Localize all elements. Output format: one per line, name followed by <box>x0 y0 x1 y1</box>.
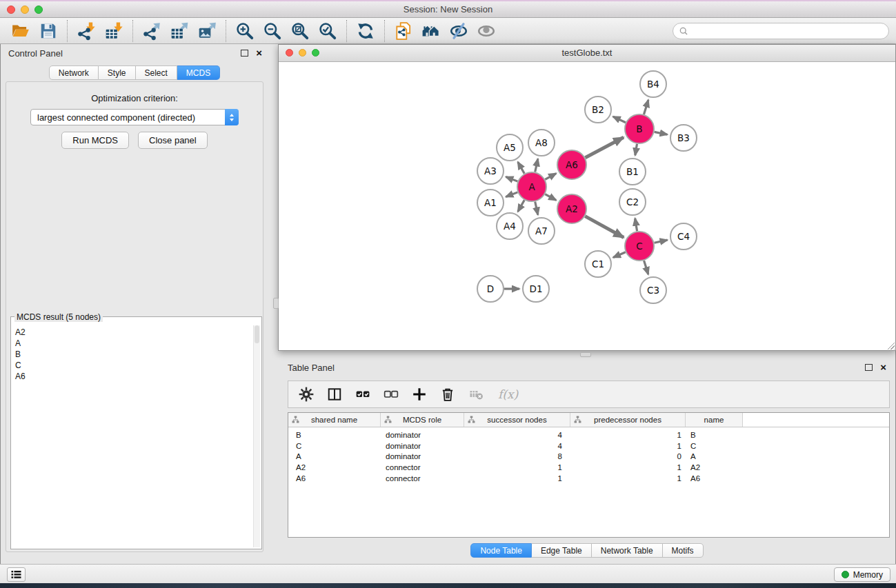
unselect-all-icon[interactable] <box>384 387 399 402</box>
export-image-button[interactable] <box>193 19 221 43</box>
table-row[interactable]: A2connector11A2 <box>288 462 889 473</box>
tab-motifs[interactable]: Motifs <box>663 543 704 558</box>
network-graph[interactable]: AA1A2A3A4A5A6A7A8BB1B2B3B4CC1C2C3C4DD1 <box>279 62 895 350</box>
task-history-button[interactable] <box>7 567 26 582</box>
network-edge[interactable] <box>518 162 524 174</box>
column-header-predecessor-nodes[interactable]: predecessor nodes <box>570 413 686 427</box>
network-edge[interactable] <box>545 194 556 201</box>
zoom-window-button[interactable] <box>34 6 43 14</box>
horizontal-split-handle[interactable] <box>580 352 591 357</box>
result-list-item[interactable]: C <box>15 360 253 371</box>
network-node[interactable]: A8 <box>528 130 555 156</box>
network-node[interactable]: B4 <box>640 71 666 97</box>
zoom-out-button[interactable] <box>259 19 286 43</box>
network-node[interactable]: C3 <box>640 277 666 303</box>
select-stepper[interactable] <box>225 109 239 125</box>
network-node[interactable]: A1 <box>477 190 504 216</box>
result-list-item[interactable]: A6 <box>15 371 253 382</box>
network-node[interactable]: A5 <box>497 134 523 161</box>
zoom-in-button[interactable] <box>231 19 259 43</box>
show-columns-icon[interactable] <box>327 387 342 402</box>
import-network-button[interactable] <box>72 19 100 43</box>
network-edge[interactable] <box>535 159 538 172</box>
network-node[interactable]: B1 <box>619 159 646 185</box>
result-list-item[interactable]: A <box>15 338 253 349</box>
table-row[interactable]: A6connector11A6 <box>288 473 889 484</box>
network-edge[interactable] <box>644 100 648 114</box>
network-edge[interactable] <box>613 116 626 123</box>
tab-network-table[interactable]: Network Table <box>592 543 663 558</box>
network-edge[interactable] <box>535 201 538 214</box>
network-edge[interactable] <box>654 240 667 243</box>
float-panel-icon[interactable] <box>241 50 248 57</box>
search-input[interactable] <box>692 26 883 37</box>
network-node[interactable]: A <box>517 172 546 201</box>
network-node[interactable]: D <box>477 276 504 302</box>
network-node[interactable]: A4 <box>497 213 523 239</box>
table-row[interactable]: Adominator80A <box>288 451 889 462</box>
open-file-button[interactable] <box>7 19 34 43</box>
add-row-icon[interactable] <box>412 387 427 402</box>
network-minimize-button[interactable] <box>299 49 306 57</box>
column-header-shared-name[interactable]: shared name <box>288 413 381 427</box>
network-close-button[interactable] <box>286 49 293 57</box>
delete-icon[interactable] <box>440 387 455 402</box>
network-node[interactable]: C <box>625 232 654 261</box>
table-row[interactable]: Cdominator41C <box>288 440 889 452</box>
save-session-button[interactable] <box>34 19 62 43</box>
network-node[interactable]: B2 <box>585 97 611 123</box>
tab-edge-table[interactable]: Edge Table <box>532 543 592 558</box>
network-edge[interactable] <box>585 216 624 238</box>
network-edge[interactable] <box>635 219 637 232</box>
home-button[interactable] <box>417 19 445 43</box>
network-node[interactable]: A2 <box>557 194 586 223</box>
tab-network[interactable]: Network <box>49 65 99 80</box>
vertical-split-handle[interactable] <box>273 298 279 309</box>
tab-select[interactable]: Select <box>136 65 177 80</box>
import-table-button[interactable] <box>100 19 128 43</box>
result-scrollbar[interactable] <box>253 325 260 547</box>
column-header-name[interactable]: name <box>686 413 743 427</box>
scrollbar-thumb[interactable] <box>255 325 259 343</box>
network-zoom-button[interactable] <box>312 49 319 57</box>
network-node[interactable]: B <box>625 114 654 143</box>
result-list-item[interactable]: B <box>15 349 253 360</box>
new-network-from-selection-button[interactable] <box>390 19 417 43</box>
network-node[interactable]: A7 <box>528 218 555 244</box>
minimize-window-button[interactable] <box>21 6 29 14</box>
network-edge[interactable] <box>518 200 524 212</box>
select-all-icon[interactable] <box>355 387 370 402</box>
criterion-select[interactable]: largest connected component (directed) <box>30 109 239 125</box>
tab-style[interactable]: Style <box>99 65 136 80</box>
network-node[interactable]: A6 <box>557 150 586 179</box>
network-edge[interactable] <box>613 252 626 258</box>
show-graphics-button[interactable] <box>472 19 500 43</box>
network-edge[interactable] <box>644 261 648 274</box>
close-panel-icon[interactable]: × <box>880 363 886 372</box>
refresh-button[interactable] <box>352 19 379 43</box>
network-node[interactable]: C4 <box>670 223 697 250</box>
network-edge[interactable] <box>585 137 624 158</box>
float-panel-icon[interactable] <box>865 364 873 371</box>
zoom-fit-button[interactable] <box>286 19 314 43</box>
network-canvas[interactable]: AA1A2A3A4A5A6A7A8BB1B2B3B4CC1C2C3C4DD1 <box>279 62 895 350</box>
run-mcds-button[interactable]: Run MCDS <box>61 132 129 149</box>
export-network-button[interactable] <box>138 19 166 43</box>
network-edge[interactable] <box>635 144 637 156</box>
hide-graphics-button[interactable] <box>445 19 472 43</box>
network-node[interactable]: A3 <box>477 158 504 184</box>
network-edge[interactable] <box>506 192 517 197</box>
network-node[interactable]: D1 <box>523 276 549 302</box>
memory-button[interactable]: Memory <box>834 567 890 582</box>
result-list-item[interactable]: A2 <box>15 327 253 338</box>
tab-mcds[interactable]: MCDS <box>177 65 220 80</box>
network-edge[interactable] <box>545 174 556 180</box>
settings-gear-icon[interactable] <box>299 387 314 402</box>
table-row[interactable]: Bdominator41B <box>288 429 889 440</box>
network-node[interactable]: C1 <box>585 251 611 277</box>
network-window-titlebar[interactable]: testGlobe.txt <box>279 45 895 62</box>
close-panel-button[interactable]: Close panel <box>138 132 208 149</box>
column-header-mcds-role[interactable]: MCDS role <box>381 413 464 427</box>
close-window-button[interactable] <box>7 6 15 14</box>
close-panel-icon[interactable]: × <box>256 49 262 57</box>
